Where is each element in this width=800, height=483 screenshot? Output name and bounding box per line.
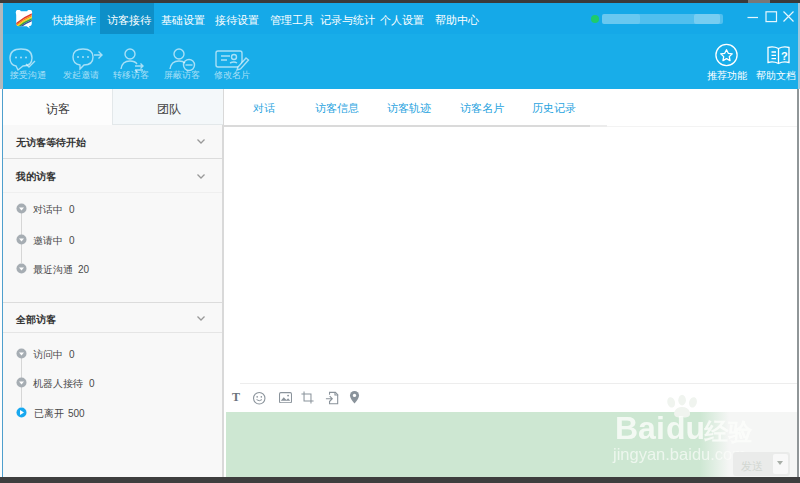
svg-text:?: ? — [781, 50, 788, 62]
